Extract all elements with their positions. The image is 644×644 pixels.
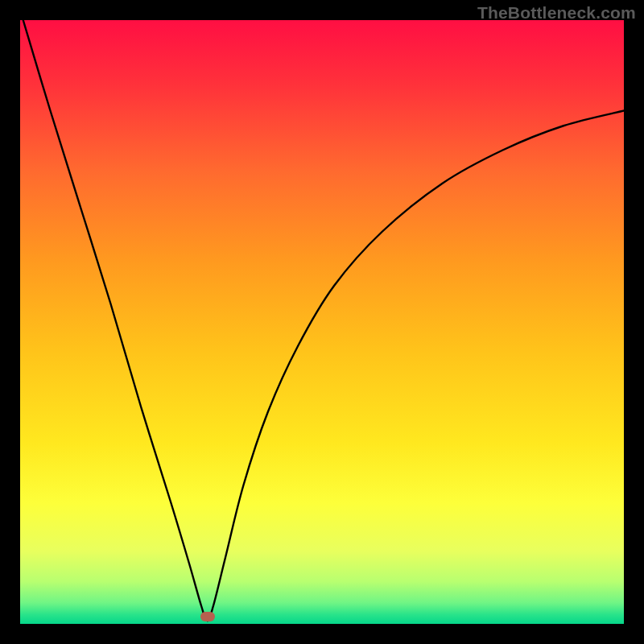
plot-area (20, 20, 624, 624)
bottleneck-curve (20, 20, 624, 624)
chart-frame: TheBottleneck.com (0, 0, 644, 644)
watermark-text: TheBottleneck.com (477, 3, 636, 23)
minimum-marker (200, 612, 215, 621)
